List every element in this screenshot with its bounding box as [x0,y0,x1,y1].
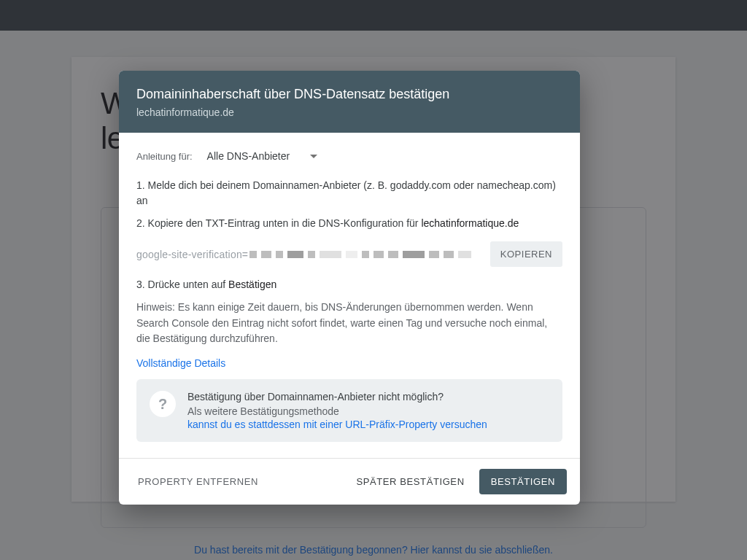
step-3-text: 3. Drücke unten auf [136,279,228,290]
app-top-bar [0,0,747,31]
alternative-method-text: Bestätigung über Domainnamen-Anbieter ni… [187,391,487,430]
dns-propagation-hint: Hinweis: Es kann einige Zeit dauern, bis… [136,300,562,347]
chevron-down-icon [310,155,317,158]
full-details-link[interactable]: Vollständige Details [136,357,225,369]
page: W xxxxxxxxxxxxxxxxxxxxxxxxxxxxxxxxxx le … [0,31,747,560]
step-2-domain: lechatinformatique.de [421,217,519,229]
remove-property-button[interactable]: PROPERTY ENTFERNEN [132,470,264,493]
alternative-method-box: ? Bestätigung über Domainnamen-Anbieter … [136,379,562,442]
modal-actions: PROPERTY ENTFERNEN SPÄTER BESTÄTIGEN BES… [119,458,580,505]
dns-provider-select[interactable]: Alle DNS-Anbieter [206,147,320,165]
step-3: 3. Drücke unten auf Bestätigen [136,277,562,292]
modal-header: Domaininhaberschaft über DNS-Datensatz b… [119,71,580,133]
dns-provider-value: Alle DNS-Anbieter [207,150,290,162]
txt-prefix: google-site-verification= [136,249,248,260]
txt-redacted [249,251,471,258]
step-1: 1. Melde dich bei deinem Domainnamen-Anb… [136,178,562,209]
copy-button[interactable]: KOPIEREN [490,241,562,267]
help-icon: ? [150,391,176,417]
provider-row: Anleitung für: Alle DNS-Anbieter [136,147,562,165]
step-3-bold: Bestätigen [228,279,276,290]
alternative-method-title: Bestätigung über Domainnamen-Anbieter ni… [187,391,487,402]
step-2-text: 2. Kopiere den TXT-Eintrag unten in die … [136,217,421,229]
verify-ownership-modal: Domaininhaberschaft über DNS-Datensatz b… [119,71,580,505]
txt-record-row: google-site-verification= KOPIEREN [136,241,562,267]
alternative-method-sub: Als weitere Bestätigungsmethode [187,405,487,417]
modal-body: Anleitung für: Alle DNS-Anbieter 1. Meld… [119,133,580,458]
txt-record-value[interactable]: google-site-verification= [136,246,484,262]
verify-button[interactable]: BESTÄTIGEN [479,469,567,494]
url-prefix-link[interactable]: kannst du es stattdessen mit einer URL-P… [187,419,487,430]
modal-title: Domaininhaberschaft über DNS-Datensatz b… [136,87,562,102]
verify-later-button[interactable]: SPÄTER BESTÄTIGEN [350,470,470,493]
step-2: 2. Kopiere den TXT-Eintrag unten in die … [136,216,562,231]
modal-domain: lechatinformatique.de [136,106,562,118]
provider-label: Anleitung für: [136,151,193,162]
